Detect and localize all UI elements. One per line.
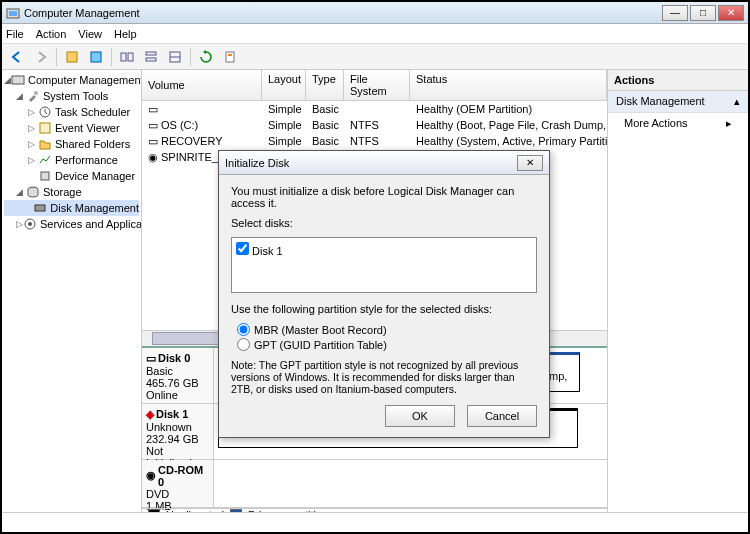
clock-icon xyxy=(38,105,52,119)
perf-icon xyxy=(38,153,52,167)
minimize-button[interactable]: — xyxy=(662,5,688,21)
menu-action[interactable]: Action xyxy=(36,28,67,40)
dialog-intro: You must initialize a disk before Logica… xyxy=(231,185,537,209)
legend: Unallocated Primary partition xyxy=(142,508,607,513)
maximize-button[interactable]: □ xyxy=(690,5,716,21)
gpt-radio[interactable] xyxy=(237,338,250,351)
actions-pane: Actions Disk Management▴ More Actions▸ xyxy=(608,70,748,512)
event-icon xyxy=(38,121,52,135)
forward-button[interactable] xyxy=(30,46,52,68)
svg-rect-18 xyxy=(35,205,45,211)
disk-checkbox-row[interactable]: Disk 1 xyxy=(236,245,283,257)
col-filesystem[interactable]: File System xyxy=(344,70,410,100)
toolbar-icon[interactable] xyxy=(140,46,162,68)
col-volume[interactable]: Volume xyxy=(142,70,262,100)
col-status[interactable]: Status xyxy=(410,70,607,100)
tree-shared-folders[interactable]: ▷Shared Folders xyxy=(4,136,139,152)
volume-row[interactable]: ▭OS (C:)SimpleBasicNTFSHealthy (Boot, Pa… xyxy=(142,117,607,133)
menu-file[interactable]: File xyxy=(6,28,24,40)
toolbar-icon[interactable] xyxy=(116,46,138,68)
menu-help[interactable]: Help xyxy=(114,28,137,40)
disk-info: ▭Disk 0 Basic465.76 GBOnline xyxy=(142,348,214,403)
tree-storage[interactable]: ◢Storage xyxy=(4,184,139,200)
toolbar-icon[interactable] xyxy=(219,46,241,68)
app-icon xyxy=(6,6,20,20)
tree-event-viewer[interactable]: ▷Event Viewer xyxy=(4,120,139,136)
collapse-icon: ▴ xyxy=(734,95,740,108)
cancel-button[interactable]: Cancel xyxy=(467,405,537,427)
col-type[interactable]: Type xyxy=(306,70,344,100)
select-disks-label: Select disks: xyxy=(231,217,537,229)
mbr-radio-row[interactable]: MBR (Master Boot Record) xyxy=(237,323,537,336)
disk1-checkbox[interactable] xyxy=(236,242,249,255)
drive-icon: ▭ xyxy=(148,103,158,116)
disk-info: ◉CD-ROM 0 DVD1 MBOnline xyxy=(142,460,214,507)
svg-rect-7 xyxy=(146,58,156,61)
disk-icon xyxy=(33,201,47,215)
svg-rect-11 xyxy=(228,54,232,56)
more-actions[interactable]: More Actions▸ xyxy=(608,113,748,134)
mbr-radio[interactable] xyxy=(237,323,250,336)
menu-bar: File Action View Help xyxy=(2,24,748,44)
refresh-button[interactable] xyxy=(195,46,217,68)
services-icon xyxy=(23,217,37,231)
tree-task-scheduler[interactable]: ▷Task Scheduler xyxy=(4,104,139,120)
volume-row[interactable]: ▭SimpleBasicHealthy (OEM Partition) xyxy=(142,101,607,117)
svg-rect-12 xyxy=(12,76,24,84)
close-button[interactable]: ✕ xyxy=(718,5,744,21)
svg-rect-2 xyxy=(67,52,77,62)
tree-system-tools[interactable]: ◢System Tools xyxy=(4,88,139,104)
chevron-right-icon: ▸ xyxy=(726,117,732,130)
svg-rect-4 xyxy=(121,53,126,61)
nav-tree: ◢Computer Management (Local) ◢System Too… xyxy=(2,70,142,512)
cdrom-icon: ◉ xyxy=(146,469,156,482)
dialog-titlebar: Initialize Disk ✕ xyxy=(219,151,549,175)
toolbar xyxy=(2,44,748,70)
tree-root[interactable]: ◢Computer Management (Local) xyxy=(4,72,139,88)
device-icon xyxy=(38,169,52,183)
tree-performance[interactable]: ▷Performance xyxy=(4,152,139,168)
disk-icon: ▭ xyxy=(146,352,156,365)
toolbar-icon[interactable] xyxy=(85,46,107,68)
actions-header: Actions xyxy=(608,70,748,91)
col-layout[interactable]: Layout xyxy=(262,70,306,100)
volume-list-header: Volume Layout Type File System Status xyxy=(142,70,607,101)
tree-device-manager[interactable]: Device Manager xyxy=(4,168,139,184)
disk-select-list: Disk 1 xyxy=(231,237,537,293)
computer-icon xyxy=(11,73,25,87)
svg-rect-1 xyxy=(9,11,17,16)
svg-rect-5 xyxy=(128,53,133,61)
tree-services[interactable]: ▷Services and Applications xyxy=(4,216,139,232)
actions-section[interactable]: Disk Management▴ xyxy=(608,91,748,113)
toolbar-icon[interactable] xyxy=(164,46,186,68)
partition-style-label: Use the following partition style for th… xyxy=(231,303,537,315)
drive-icon: ▭ xyxy=(148,135,158,148)
tools-icon xyxy=(26,89,40,103)
drive-icon: ▭ xyxy=(148,119,158,132)
volume-row[interactable]: ▭RECOVERYSimpleBasicNTFSHealthy (System,… xyxy=(142,133,607,149)
gpt-radio-row[interactable]: GPT (GUID Partition Table) xyxy=(237,338,537,351)
disk-info: ◈Disk 1 Unknown232.94 GBNot Initialized xyxy=(142,404,214,459)
svg-rect-3 xyxy=(91,52,101,62)
menu-view[interactable]: View xyxy=(78,28,102,40)
back-button[interactable] xyxy=(6,46,28,68)
dialog-title: Initialize Disk xyxy=(225,157,517,169)
svg-rect-10 xyxy=(226,52,234,62)
status-bar xyxy=(2,512,748,532)
title-bar: Computer Management — □ ✕ xyxy=(2,2,748,24)
tree-disk-management[interactable]: Disk Management xyxy=(4,200,139,216)
dialog-close-button[interactable]: ✕ xyxy=(517,155,543,171)
svg-rect-15 xyxy=(40,123,50,133)
dialog-note: Note: The GPT partition style is not rec… xyxy=(231,359,537,395)
disk-unknown-icon: ◈ xyxy=(146,408,154,421)
disk-row[interactable]: ◉CD-ROM 0 DVD1 MBOnline xyxy=(142,460,607,508)
svg-point-13 xyxy=(34,91,38,95)
svg-rect-16 xyxy=(41,172,49,180)
storage-icon xyxy=(26,185,40,199)
window-title: Computer Management xyxy=(24,7,662,19)
ok-button[interactable]: OK xyxy=(385,405,455,427)
initialize-disk-dialog: Initialize Disk ✕ You must initialize a … xyxy=(218,150,550,438)
svg-point-20 xyxy=(28,222,32,226)
toolbar-icon[interactable] xyxy=(61,46,83,68)
disc-icon: ◉ xyxy=(148,151,158,164)
